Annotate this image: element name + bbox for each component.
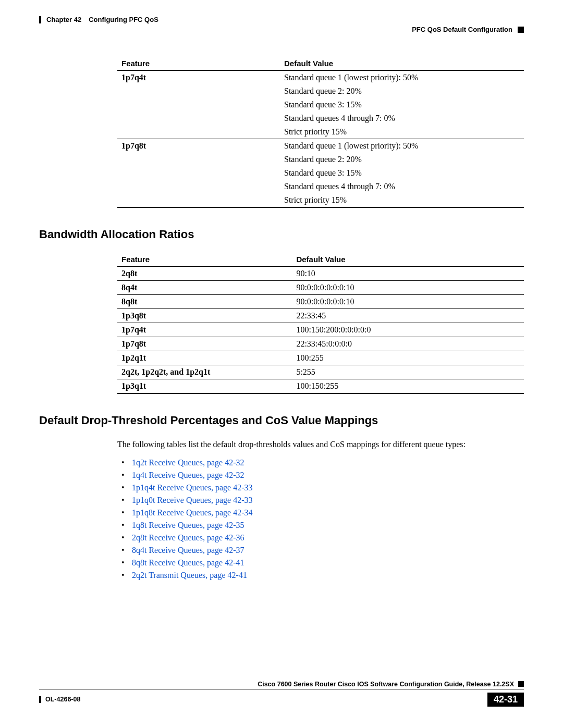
- cross-ref-link[interactable]: 1p1q4t Receive Queues, page 42-33: [132, 483, 252, 492]
- feature-cell: [117, 98, 280, 112]
- value-cell: 90:0:0:0:0:0:0:10: [292, 295, 524, 309]
- bandwidth-ratio-table: Feature Default Value 2q8t90:108q4t90:0:…: [117, 253, 524, 394]
- footer-doc-number: OL-4266-08: [45, 696, 80, 703]
- page-footer: Cisco 7600 Series Router Cisco IOS Softw…: [39, 681, 524, 707]
- list-item: 1p1q8t Receive Queues, page 42-34: [132, 507, 524, 519]
- table-header-value: Default Value: [280, 57, 524, 70]
- value-cell: 100:150:200:0:0:0:0:0: [292, 323, 524, 337]
- list-item: 1q4t Receive Queues, page 42-32: [132, 469, 524, 482]
- feature-cell: 1p7q4t: [117, 70, 280, 84]
- value-cell: Standard queue 2: 20%: [280, 84, 524, 98]
- section-heading-bandwidth: Bandwidth Allocation Ratios: [39, 228, 524, 241]
- value-cell: 22:33:45:0:0:0:0: [292, 337, 524, 351]
- cross-ref-link[interactable]: 8q8t Receive Queues, page 42-41: [132, 558, 244, 567]
- feature-cell: 8q8t: [117, 295, 292, 309]
- chapter-title: Configuring PFC QoS: [89, 16, 158, 23]
- running-header-left: Chapter 42 Configuring PFC QoS: [39, 16, 524, 23]
- feature-cell: 1p7q8t: [117, 337, 292, 351]
- value-cell: Standard queues 4 through 7: 0%: [280, 112, 524, 125]
- chapter-number: Chapter 42: [46, 16, 81, 23]
- feature-cell: [117, 180, 280, 193]
- table-header-value: Default Value: [292, 253, 524, 266]
- cross-ref-link[interactable]: 2q2t Transmit Queues, page 42-41: [132, 571, 247, 579]
- value-cell: 90:10: [292, 266, 524, 281]
- value-cell: Standard queue 1 (lowest priority): 50%: [280, 70, 524, 84]
- list-item: 2q8t Receive Queues, page 42-36: [132, 532, 524, 544]
- feature-cell: 1p3q1t: [117, 379, 292, 394]
- cross-ref-link[interactable]: 1p1q8t Receive Queues, page 42-34: [132, 508, 252, 517]
- feature-cell: [117, 166, 280, 180]
- list-item: 1p1q0t Receive Queues, page 42-33: [132, 494, 524, 507]
- value-cell: 100:150:255: [292, 379, 524, 394]
- list-item: 8q4t Receive Queues, page 42-37: [132, 544, 524, 557]
- value-cell: Standard queue 3: 15%: [280, 98, 524, 112]
- feature-cell: [117, 153, 280, 166]
- feature-cell: 2q8t: [117, 266, 292, 281]
- intro-paragraph: The following tables list the default dr…: [117, 439, 524, 450]
- feature-cell: 1p3q8t: [117, 309, 292, 323]
- feature-cell: 1p7q4t: [117, 323, 292, 337]
- cross-ref-link[interactable]: 8q4t Receive Queues, page 42-37: [132, 546, 244, 554]
- value-cell: Standard queue 1 (lowest priority): 50%: [280, 139, 524, 153]
- list-item: 1p1q4t Receive Queues, page 42-33: [132, 482, 524, 494]
- queue-size-table: Feature Default Value 1p7q4tStandard que…: [117, 57, 524, 208]
- list-item: 1q8t Receive Queues, page 42-35: [132, 519, 524, 532]
- feature-cell: 1p7q8t: [117, 139, 280, 153]
- table-header-feature: Feature: [117, 57, 280, 70]
- value-cell: 5:255: [292, 365, 524, 379]
- link-list: 1q2t Receive Queues, page 42-321q4t Rece…: [117, 456, 524, 582]
- cross-ref-link[interactable]: 1p1q0t Receive Queues, page 42-33: [132, 496, 252, 504]
- list-item: 8q8t Receive Queues, page 42-41: [132, 557, 524, 569]
- page-number: 42-31: [487, 693, 524, 707]
- feature-cell: [117, 112, 280, 125]
- cross-ref-link[interactable]: 1q4t Receive Queues, page 42-32: [132, 471, 244, 479]
- header-decor-icon: [518, 27, 524, 33]
- section-heading-drop: Default Drop-Threshold Percentages and C…: [39, 414, 524, 427]
- list-item: 2q2t Transmit Queues, page 42-41: [132, 569, 524, 582]
- value-cell: Strict priority 15%: [280, 193, 524, 207]
- feature-cell: [117, 125, 280, 139]
- cross-ref-link[interactable]: 1q2t Receive Queues, page 42-32: [132, 458, 244, 467]
- feature-cell: 1p2q1t: [117, 351, 292, 365]
- feature-cell: [117, 193, 280, 207]
- value-cell: Standard queues 4 through 7: 0%: [280, 180, 524, 193]
- value-cell: 90:0:0:0:0:0:0:10: [292, 281, 524, 295]
- feature-cell: 8q4t: [117, 281, 292, 295]
- running-header-right: PFC QoS Default Configuration: [39, 26, 524, 33]
- cross-ref-link[interactable]: 1q8t Receive Queues, page 42-35: [132, 521, 244, 529]
- table-header-feature: Feature: [117, 253, 292, 266]
- value-cell: Standard queue 2: 20%: [280, 153, 524, 166]
- value-cell: 100:255: [292, 351, 524, 365]
- feature-cell: 2q2t, 1p2q2t, and 1p2q1t: [117, 365, 292, 379]
- list-item: 1q2t Receive Queues, page 42-32: [132, 456, 524, 469]
- feature-cell: [117, 84, 280, 98]
- value-cell: Strict priority 15%: [280, 125, 524, 139]
- value-cell: 22:33:45: [292, 309, 524, 323]
- section-name: PFC QoS Default Configuration: [412, 26, 512, 33]
- footer-guide-title: Cisco 7600 Series Router Cisco IOS Softw…: [258, 681, 514, 688]
- cross-ref-link[interactable]: 2q8t Receive Queues, page 42-36: [132, 533, 244, 542]
- value-cell: Standard queue 3: 15%: [280, 166, 524, 180]
- footer-decor-icon: [518, 681, 524, 687]
